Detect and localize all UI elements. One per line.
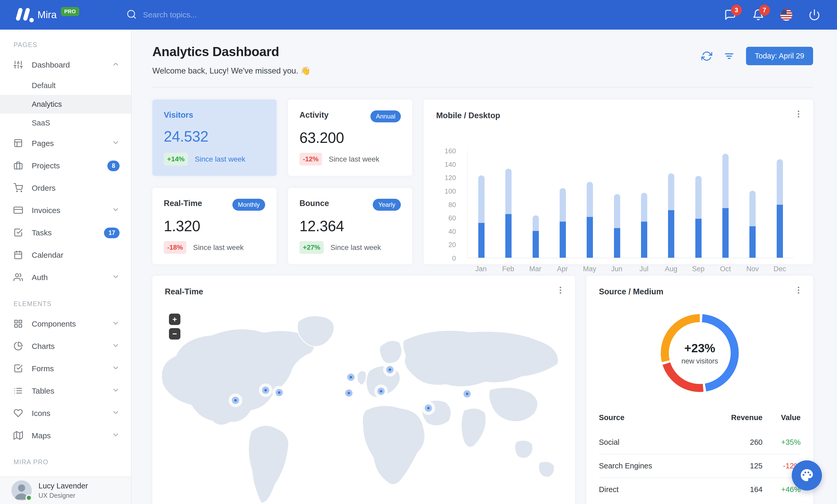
sidebar-item-label: Projects	[32, 161, 107, 170]
sidebar-item-saas[interactable]: SaaS	[0, 114, 131, 132]
cell-revenue: 164	[702, 478, 763, 501]
sidebar-item-label: Dashboard	[32, 60, 112, 69]
map-marker[interactable]	[275, 389, 283, 396]
chevron-up-icon	[112, 60, 120, 70]
user-name: Lucy Lavender	[38, 482, 88, 490]
cell-source: Search Engines	[599, 454, 702, 478]
realtime-map-card: Real-Time + −	[152, 276, 575, 504]
bar-chart: 020406080100120140160	[467, 151, 793, 273]
source-table: Source Revenue Value Social 260 +35%Sear…	[599, 413, 801, 501]
mira-logo-icon	[15, 6, 34, 23]
sidebar-item-icons[interactable]: Icons	[0, 402, 131, 425]
bar-aug	[658, 173, 685, 258]
pie-chart-icon	[14, 341, 25, 351]
stat-period-badge[interactable]: Yearly	[373, 199, 401, 211]
stat-period-badge[interactable]: Annual	[370, 110, 401, 123]
card-menu-button[interactable]	[556, 285, 565, 296]
mobile-segment	[641, 222, 647, 258]
stat-delta-chip: -12%	[300, 153, 322, 166]
sidebar-item-dashboard[interactable]: Dashboard	[0, 54, 131, 76]
sidebar-item-orders[interactable]: Orders	[0, 177, 131, 199]
sidebar-item-tasks[interactable]: Tasks17	[0, 222, 131, 244]
bar-jun	[604, 194, 630, 258]
map-marker[interactable]	[347, 374, 355, 381]
layout-icon	[14, 138, 25, 148]
sidebar-item-tables[interactable]: Tables	[0, 380, 131, 402]
bar-feb	[495, 169, 522, 258]
sidebar-item-components[interactable]: Components	[0, 313, 131, 335]
app-root: Mira PRO 3 7 PAGESDashboardDefaultAnalyt…	[0, 0, 837, 504]
sidebar-item-label: Tasks	[32, 228, 104, 237]
map-marker[interactable]	[345, 389, 353, 397]
x-tick: Nov	[739, 265, 766, 273]
x-tick: Dec	[766, 265, 794, 273]
theme-palette-fab[interactable]	[792, 460, 822, 490]
sidebar-item-invoices[interactable]: Invoices	[0, 199, 131, 222]
messages-button[interactable]: 3	[724, 9, 736, 21]
sidebar-item-maps[interactable]: Maps	[0, 425, 131, 447]
map-icon	[14, 431, 25, 441]
sidebar-item-label: Calendar	[32, 251, 120, 260]
desktop-segment	[505, 169, 512, 214]
pro-badge: PRO	[61, 7, 79, 16]
sidebar-item-label: Icons	[32, 409, 112, 418]
cell-source: Social	[599, 431, 702, 454]
x-tick: Feb	[495, 265, 522, 273]
stat-delta-chip: +14%	[164, 153, 188, 166]
sidebar-item-projects[interactable]: Projects8	[0, 154, 131, 177]
sliders-icon	[14, 60, 25, 70]
map-marker[interactable]	[463, 390, 471, 397]
card-menu-button[interactable]	[794, 285, 803, 296]
sidebar-item-calendar[interactable]: Calendar	[0, 244, 131, 266]
desktop-segment	[777, 159, 783, 205]
filter-icon[interactable]	[724, 51, 735, 61]
y-tick: 20	[448, 241, 456, 249]
x-tick: Jul	[630, 265, 658, 273]
header-divider	[152, 87, 813, 88]
zoom-in-button[interactable]: +	[169, 314, 180, 325]
sidebar-item-default[interactable]: Default	[0, 76, 131, 95]
avatar	[12, 480, 32, 501]
sidebar-item-auth[interactable]: Auth	[0, 266, 131, 288]
map-marker[interactable]	[262, 387, 269, 394]
sidebar-item-analytics[interactable]: Analytics	[0, 95, 131, 114]
zoom-out-button[interactable]: −	[169, 328, 180, 339]
stat-column-2: Activity Annual 63.200 -12% Since last w…	[288, 99, 412, 264]
chevron-down-icon	[112, 319, 120, 329]
notifications-button[interactable]: 7	[752, 9, 764, 21]
sidebar-user[interactable]: Lucy Lavender UX Designer	[0, 477, 131, 504]
date-button[interactable]: Today: April 29	[746, 47, 813, 65]
bar-chart-plot: 020406080100120140160	[467, 151, 793, 258]
sidebar-item-charts[interactable]: Charts	[0, 335, 131, 357]
messages-count-badge: 3	[731, 5, 742, 16]
y-tick: 160	[445, 147, 456, 155]
y-tick: 120	[445, 174, 456, 182]
y-tick: 100	[445, 187, 456, 195]
card-menu-button[interactable]	[794, 109, 803, 120]
brand[interactable]: Mira PRO	[15, 6, 126, 23]
x-tick: May	[576, 265, 603, 273]
header-controls: Today: April 29	[701, 47, 813, 65]
stat-period-badge[interactable]: Monthly	[232, 199, 265, 211]
sidebar-item-label: Maps	[32, 431, 112, 440]
sidebar-item-pages[interactable]: Pages	[0, 132, 131, 154]
check-square-icon	[14, 364, 25, 374]
page-title: Analytics Dashboard	[152, 44, 310, 59]
power-icon	[808, 9, 820, 21]
language-flag-button[interactable]	[780, 9, 792, 21]
map-marker[interactable]	[377, 388, 385, 395]
map-marker[interactable]	[386, 366, 394, 373]
sidebar-section-label: PAGES	[14, 41, 131, 49]
desktop-segment	[641, 193, 647, 222]
world-map[interactable]: + −	[152, 306, 575, 504]
sidebar-section-label: MIRA PRO	[14, 458, 131, 466]
signout-button[interactable]	[808, 9, 820, 21]
cell-value: +35%	[762, 431, 801, 454]
sidebar-item-forms[interactable]: Forms	[0, 357, 131, 380]
map-marker[interactable]	[425, 405, 432, 412]
cell-revenue: 260	[702, 431, 763, 454]
source-card-title: Source / Medium	[599, 287, 801, 296]
refresh-icon[interactable]	[701, 51, 712, 61]
map-marker[interactable]	[232, 397, 239, 404]
search-input[interactable]	[143, 11, 278, 19]
